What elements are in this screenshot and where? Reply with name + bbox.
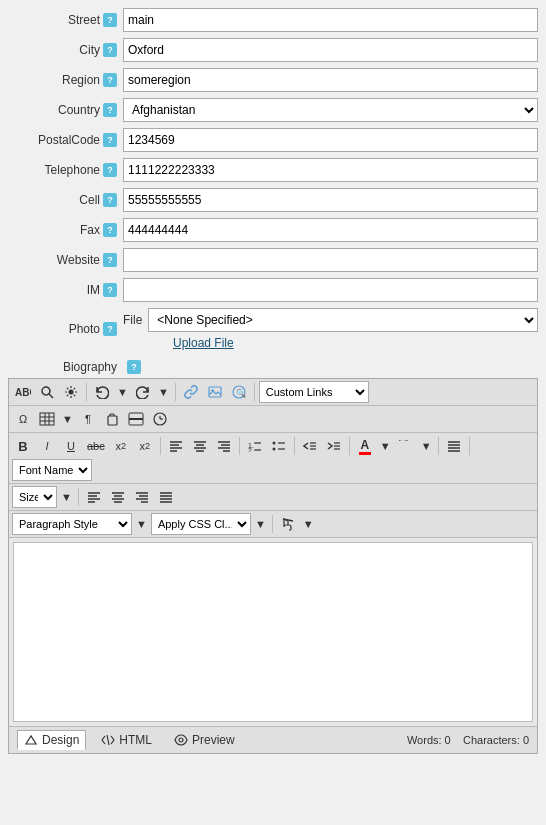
special-char-btn[interactable]: Ω xyxy=(12,408,34,430)
italic-btn[interactable]: I xyxy=(36,435,58,457)
paragraph-style-dropdown-btn[interactable]: ▼ xyxy=(134,513,149,535)
design-tab[interactable]: Design xyxy=(17,730,86,750)
preview-icon xyxy=(174,734,188,746)
country-label: Country ? xyxy=(8,103,123,117)
superscript-btn[interactable]: x2 xyxy=(110,435,132,457)
spellcheck-icon: ABC xyxy=(15,385,31,399)
im-input[interactable] xyxy=(123,278,538,302)
strikethrough-btn[interactable]: abc xyxy=(84,435,108,457)
paragraph-style-select[interactable]: Paragraph Style xyxy=(12,513,132,535)
align-right-btn[interactable] xyxy=(213,435,235,457)
align-left-btn[interactable] xyxy=(165,435,187,457)
image-btn[interactable] xyxy=(204,381,226,403)
table-btn[interactable] xyxy=(36,408,58,430)
paint-format-btn[interactable] xyxy=(277,513,299,535)
cell-input[interactable] xyxy=(123,188,538,212)
font-name-dropdown-btn[interactable] xyxy=(94,459,104,481)
toolbar-row-5: Paragraph Style ▼ Apply CSS Cl... ▼ ▼ xyxy=(9,511,537,538)
text-justify-icon xyxy=(159,491,173,503)
font-color-btn[interactable]: A xyxy=(354,435,376,457)
country-help-icon[interactable]: ? xyxy=(103,103,117,117)
apply-css-select[interactable]: Apply CSS Cl... xyxy=(151,513,251,535)
size-select[interactable]: Size xyxy=(12,486,57,508)
font-color-dropdown-btn[interactable]: ▼ xyxy=(378,435,393,457)
telephone-help-icon[interactable]: ? xyxy=(103,163,117,177)
photo-help-icon[interactable]: ? xyxy=(103,322,117,336)
redo-btn[interactable] xyxy=(132,381,154,403)
text-right-icon xyxy=(135,491,149,503)
justify-icon xyxy=(447,440,461,452)
region-help-icon[interactable]: ? xyxy=(103,73,117,87)
design-icon xyxy=(24,734,38,746)
preview-tab-label: Preview xyxy=(192,733,235,747)
hr-btn[interactable] xyxy=(125,408,147,430)
biography-help-icon[interactable]: ? xyxy=(127,360,141,374)
paint-dropdown-btn[interactable]: ▼ xyxy=(301,513,316,535)
file-select[interactable]: <None Specified> xyxy=(148,308,538,332)
paste-btn[interactable] xyxy=(101,408,123,430)
preview-tab[interactable]: Preview xyxy=(167,730,242,750)
redo-dropdown-btn[interactable]: ▼ xyxy=(156,381,171,403)
size-dropdown-btn[interactable]: ▼ xyxy=(59,486,74,508)
hr-icon xyxy=(128,412,144,426)
html-tab[interactable]: HTML xyxy=(94,730,159,750)
align-left2-btn[interactable] xyxy=(83,486,105,508)
street-help-icon[interactable]: ? xyxy=(103,13,117,27)
undo-btn[interactable] xyxy=(91,381,113,403)
unordered-list-btn[interactable] xyxy=(268,435,290,457)
undo-dropdown-btn[interactable]: ▼ xyxy=(115,381,130,403)
website-input[interactable] xyxy=(123,248,538,272)
media-btn[interactable]: 🔍 xyxy=(228,381,250,403)
postalcode-input[interactable] xyxy=(123,128,538,152)
website-label: Website ? xyxy=(8,253,123,267)
upload-file-link[interactable]: Upload File xyxy=(173,336,538,350)
sep10 xyxy=(78,488,79,506)
telephone-input[interactable] xyxy=(123,158,538,182)
apply-css-dropdown-btn[interactable]: ▼ xyxy=(253,513,268,535)
paragraph-btn[interactable]: ¶ xyxy=(77,408,99,430)
spellcheck-btn[interactable]: ABC xyxy=(12,381,34,403)
underline-btn[interactable]: U xyxy=(60,435,82,457)
sep5 xyxy=(239,437,240,455)
table-dropdown-btn[interactable]: ▼ xyxy=(60,408,75,430)
link-btn[interactable] xyxy=(180,381,202,403)
search-btn[interactable] xyxy=(36,381,58,403)
country-select[interactable]: Afghanistan Albania United States xyxy=(123,98,538,122)
city-help-icon[interactable]: ? xyxy=(103,43,117,57)
highlight-color-btn[interactable]: ⁀ xyxy=(395,435,417,457)
city-input[interactable] xyxy=(123,38,538,62)
region-label: Region ? xyxy=(8,73,123,87)
custom-links-select[interactable]: Custom Links xyxy=(259,381,369,403)
tools-btn[interactable] xyxy=(60,381,82,403)
website-help-icon[interactable]: ? xyxy=(103,253,117,267)
biography-label-row: Biography ? xyxy=(8,360,538,374)
subscript-btn[interactable]: x2 xyxy=(134,435,156,457)
text-center-icon xyxy=(111,491,125,503)
font-name-select[interactable]: Font Name xyxy=(12,459,92,481)
outdent-icon xyxy=(303,440,317,452)
outdent-btn[interactable] xyxy=(299,435,321,457)
align-justify-btn[interactable] xyxy=(443,435,465,457)
align-center2-btn[interactable] xyxy=(107,486,129,508)
align-right2-btn[interactable] xyxy=(131,486,153,508)
align-justify2-btn[interactable] xyxy=(155,486,177,508)
region-input[interactable] xyxy=(123,68,538,92)
fax-input[interactable] xyxy=(123,218,538,242)
highlight-dropdown-btn[interactable]: ▼ xyxy=(419,435,434,457)
postalcode-help-icon[interactable]: ? xyxy=(103,133,117,147)
svg-line-2 xyxy=(49,394,53,398)
align-center-btn[interactable] xyxy=(189,435,211,457)
ordered-list-btn[interactable]: 1.2. xyxy=(244,435,266,457)
editor-content-area[interactable] xyxy=(13,542,533,722)
redo-icon xyxy=(136,385,150,399)
search-icon xyxy=(40,385,54,399)
svg-point-1 xyxy=(42,387,50,395)
street-input[interactable] xyxy=(123,8,538,32)
indent-btn[interactable] xyxy=(323,435,345,457)
postalcode-label: PostalCode ? xyxy=(8,133,123,147)
fax-help-icon[interactable]: ? xyxy=(103,223,117,237)
time-btn[interactable] xyxy=(149,408,171,430)
im-help-icon[interactable]: ? xyxy=(103,283,117,297)
bold-btn[interactable]: B xyxy=(12,435,34,457)
cell-help-icon[interactable]: ? xyxy=(103,193,117,207)
